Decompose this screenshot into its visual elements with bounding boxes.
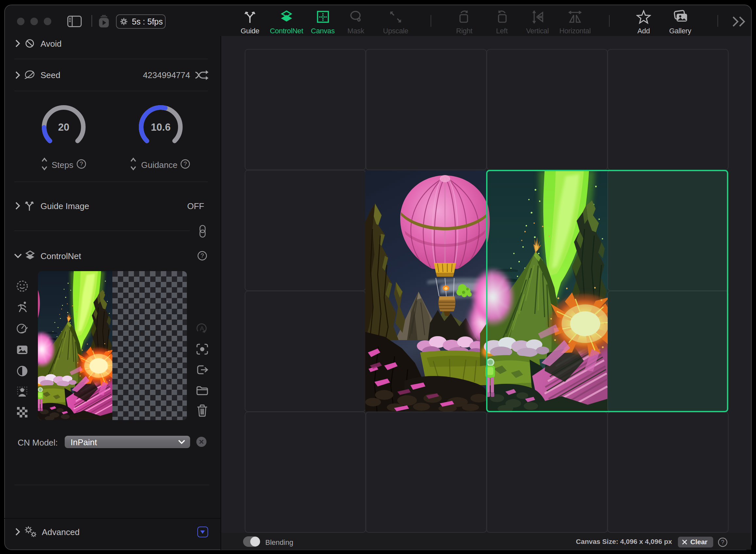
svg-text:?: ? bbox=[80, 161, 83, 167]
svg-text:10.6: 10.6 bbox=[151, 121, 170, 133]
svg-text:20: 20 bbox=[58, 121, 69, 133]
svg-text:?: ? bbox=[201, 253, 204, 259]
svg-text:?: ? bbox=[183, 161, 187, 167]
svg-text:A: A bbox=[200, 325, 204, 332]
svg-text:?: ? bbox=[721, 539, 724, 546]
